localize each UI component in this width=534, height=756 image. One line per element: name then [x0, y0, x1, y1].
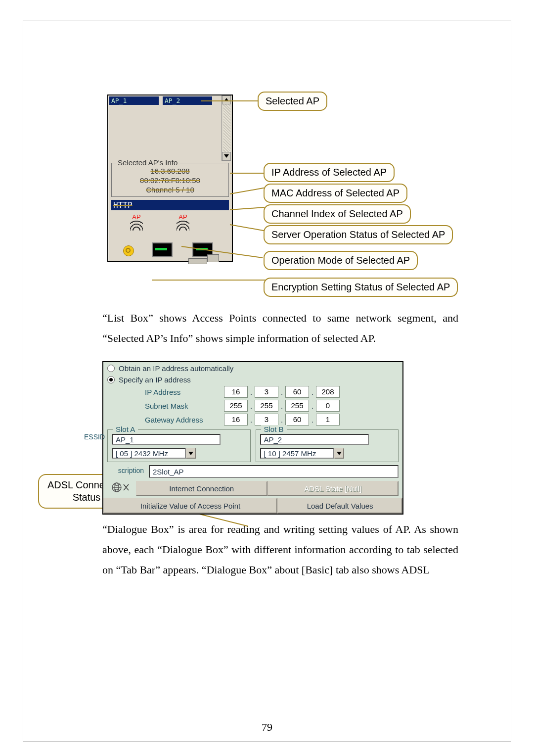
ip-octet-input[interactable]: 255 — [285, 400, 309, 412]
ip-octet-input[interactable]: 3 — [255, 386, 278, 398]
ap-ip-value: 16.3.60.208 — [114, 166, 226, 176]
ip-octet-input[interactable]: 16 — [224, 386, 248, 398]
channel-select[interactable]: [ 10 ] 2457 MHz — [260, 448, 334, 459]
ip-octet-input[interactable]: 255 — [255, 400, 278, 412]
adsl-state: ADSL State [Null] — [267, 481, 399, 496]
connection-icon — [107, 481, 136, 494]
chevron-down-icon — [337, 452, 342, 455]
gateway-address-label: Gateway Address — [145, 416, 224, 424]
scroll-up-button[interactable] — [222, 95, 231, 104]
scrollbar[interactable] — [222, 95, 232, 161]
ip-address-label: IP Address — [145, 388, 224, 396]
slot-b-group: Slot B AP_2 [ 10 ] 2457 MHz — [256, 429, 399, 462]
description-label: scription — [107, 465, 149, 478]
callout: IP Address of Selected AP — [264, 163, 395, 182]
callout: Channel Index of Selected AP — [264, 204, 411, 224]
callout: MAC Address of Selected AP — [264, 184, 407, 203]
initialize-button[interactable]: Initialize Value of Access Point — [103, 498, 277, 514]
radio-label: Obtain an IP address automatically — [119, 364, 233, 373]
callout: Encryption Setting Status of Selected AP — [264, 278, 458, 297]
slot-a-group: Slot A ESSID AP_1 [ 05 ] 2432 MHz — [107, 429, 251, 462]
group-legend: Selected AP's Info — [116, 158, 179, 167]
chevron-down-icon — [188, 452, 193, 455]
radio-obtain-auto[interactable] — [107, 365, 115, 372]
ip-octet-input[interactable]: 16 — [224, 414, 248, 425]
channel-select[interactable]: [ 05 ] 2432 MHz — [112, 448, 186, 459]
ap-icon: AP — [175, 213, 191, 232]
radio-specify-ip[interactable] — [107, 376, 115, 383]
ip-octet-input[interactable]: 1 — [316, 414, 340, 425]
dropdown-button[interactable] — [334, 448, 344, 459]
ap-mac-value: 00:02:78:F8:10:50 — [114, 176, 226, 185]
list-item[interactable]: AP_1 — [109, 96, 159, 105]
list-item[interactable]: AP_2 — [163, 96, 212, 105]
ip-octet-input[interactable]: 208 — [316, 386, 340, 398]
internet-connection-button[interactable]: Internet Connection — [136, 481, 267, 496]
monitor-icon — [188, 242, 215, 259]
monitor-icon — [148, 242, 175, 259]
ip-octet-input[interactable]: 0 — [316, 400, 340, 412]
radio-label: Specify an IP address — [119, 376, 191, 384]
essid-label: ESSID — [82, 433, 105, 441]
scroll-down-button[interactable] — [222, 152, 231, 161]
ip-octet-input[interactable]: 255 — [224, 400, 248, 412]
settings-dialog: Obtain an IP address automatically Speci… — [102, 361, 403, 515]
ip-octet-input[interactable]: 60 — [285, 414, 309, 425]
ap-channel-value: Channel 5 / 10 — [114, 185, 226, 194]
essid-input[interactable]: AP_1 — [112, 434, 221, 445]
paragraph: “List Box” shows Access Points connected… — [102, 308, 458, 348]
callout: Server Operation Status of Selected AP — [264, 225, 453, 244]
selected-ap-info-group: Selected AP's Info 16.3.60.208 00:02:78:… — [111, 163, 229, 197]
ap-list-box[interactable]: AP_1 AP_2 — [108, 95, 232, 161]
essid-input[interactable]: AP_2 — [260, 434, 369, 445]
paragraph: “Dialogue Box” is area for reading and w… — [102, 520, 458, 580]
dropdown-button[interactable] — [186, 448, 196, 459]
ip-octet-input[interactable]: 3 — [255, 414, 278, 425]
description-input[interactable]: 2Slot_AP — [149, 465, 399, 478]
callout: Operation Mode of Selected AP — [264, 251, 418, 270]
ap-icon: AP — [128, 213, 145, 232]
ip-octet-input[interactable]: 60 — [285, 386, 309, 398]
ap-info-figure: AP_1 AP_2 Selected AP's Info 16.3.60.208… — [107, 94, 496, 302]
http-status: HTTP — [111, 200, 229, 210]
page-number: 79 — [23, 721, 511, 734]
load-defaults-button[interactable]: Load Default Values — [277, 498, 402, 514]
subnet-mask-label: Subnet Mask — [145, 402, 224, 410]
key-icon — [123, 245, 134, 256]
callout: Selected AP — [258, 92, 327, 111]
